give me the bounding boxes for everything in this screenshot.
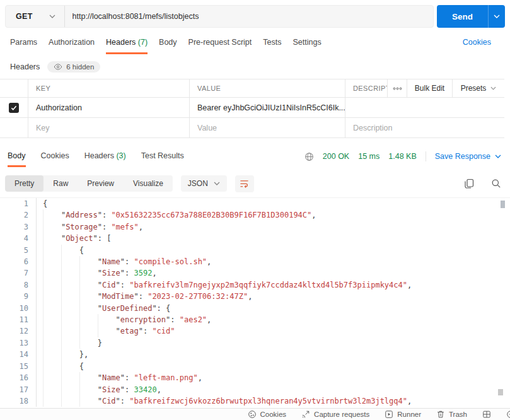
code-line: 9"ModTime": "2023-02-27T06:32:47Z", bbox=[0, 291, 510, 302]
wrap-lines-icon bbox=[240, 179, 249, 189]
line-number: 9 bbox=[0, 291, 36, 302]
footer-runner-button[interactable]: Runner bbox=[385, 410, 421, 419]
response-size[interactable]: 1.48 KB bbox=[388, 152, 416, 161]
header-description-cell[interactable] bbox=[345, 98, 504, 117]
footer-cookies-button[interactable]: Cookies bbox=[248, 410, 287, 419]
chevron-down-icon bbox=[214, 182, 220, 185]
new-key-input[interactable] bbox=[36, 124, 189, 132]
line-number: 2 bbox=[0, 209, 36, 221]
line-number: 1 bbox=[0, 198, 36, 209]
response-tab-test-results[interactable]: Test Results bbox=[141, 151, 184, 167]
url-input[interactable] bbox=[65, 12, 433, 21]
more-options-icon[interactable] bbox=[387, 79, 407, 97]
method-label: GET bbox=[16, 12, 33, 21]
select-column bbox=[0, 79, 28, 97]
response-tab-headers[interactable]: Headers (3) bbox=[84, 151, 126, 167]
line-number: 7 bbox=[0, 267, 36, 279]
row-checkbox[interactable] bbox=[9, 103, 19, 113]
chevron-down-icon bbox=[495, 155, 501, 158]
code-line: 6"Name": "compile-sol.sh", bbox=[0, 256, 510, 267]
line-number: 18 bbox=[0, 395, 36, 407]
code-line: 5{ bbox=[0, 245, 510, 256]
response-header: Body Cookies Headers (3) Test Results 20… bbox=[8, 151, 501, 168]
wrap-lines-button[interactable] bbox=[235, 175, 254, 192]
code-line: 4"Object": [ bbox=[0, 233, 510, 244]
console-icon[interactable] bbox=[506, 410, 510, 419]
code-line: 10"UserDefined": { bbox=[0, 303, 510, 314]
code-line: 2"Address": "0x51632235cc673a788E02B30B9… bbox=[0, 209, 510, 221]
cookies-link[interactable]: Cookies bbox=[463, 38, 491, 47]
tab-headers[interactable]: Headers (7) bbox=[106, 38, 148, 54]
response-body-code[interactable]: 1{2"Address": "0x51632235cc673a788E02B30… bbox=[0, 197, 510, 409]
check-icon bbox=[11, 105, 17, 110]
divider bbox=[426, 151, 426, 161]
eye-icon bbox=[54, 64, 62, 70]
response-tab-cookies[interactable]: Cookies bbox=[41, 151, 69, 167]
line-number: 15 bbox=[0, 361, 36, 372]
headers-panel-title: Headers bbox=[10, 62, 40, 71]
line-number: 12 bbox=[0, 325, 36, 337]
save-response-button[interactable]: Save Response bbox=[435, 152, 501, 161]
line-number: 13 bbox=[0, 337, 36, 349]
vertical-scrollbar-thumb[interactable] bbox=[501, 201, 505, 208]
code-line: 17"Size": 33420, bbox=[0, 384, 510, 395]
footer-capture-requests-button[interactable]: Capture requests bbox=[301, 410, 369, 419]
view-visualize[interactable]: Visualize bbox=[124, 175, 173, 192]
hidden-headers-toggle[interactable]: 6 hidden bbox=[47, 61, 100, 73]
header-key-cell[interactable]: Authorization bbox=[28, 98, 189, 117]
runner-icon bbox=[385, 410, 393, 419]
column-description: DESCRIPT bbox=[345, 79, 387, 97]
view-preview[interactable]: Preview bbox=[78, 175, 124, 192]
split-pane-icon[interactable] bbox=[482, 410, 491, 419]
send-button[interactable]: Send bbox=[437, 5, 505, 28]
send-button-label[interactable]: Send bbox=[437, 5, 488, 28]
cookie-icon bbox=[248, 410, 257, 419]
line-number: 4 bbox=[0, 233, 36, 244]
code-line: 16"Name": "left-man.png", bbox=[0, 372, 510, 383]
code-line: 1{ bbox=[0, 198, 510, 209]
line-number: 5 bbox=[0, 245, 36, 256]
headers-count: (7) bbox=[138, 38, 148, 47]
response-tab-body[interactable]: Body bbox=[8, 151, 26, 167]
headers-table-head: KEY VALUE DESCRIPT Bulk Edit Presets bbox=[0, 79, 504, 98]
request-tabs: Params Authorization Headers (7) Body Pr… bbox=[10, 38, 500, 55]
presets-button[interactable]: Presets bbox=[452, 79, 504, 97]
footer-status-bar: Cookies Capture requests Runner Trash bbox=[0, 408, 510, 420]
format-selector[interactable]: JSON bbox=[181, 175, 227, 192]
column-key: KEY bbox=[28, 79, 189, 97]
send-options-caret[interactable] bbox=[488, 5, 505, 28]
tab-body[interactable]: Body bbox=[159, 38, 177, 54]
tab-params[interactable]: Params bbox=[10, 38, 37, 54]
copy-icon[interactable] bbox=[464, 178, 474, 189]
new-description-input[interactable] bbox=[353, 124, 504, 132]
tab-settings[interactable]: Settings bbox=[293, 38, 321, 54]
search-icon[interactable] bbox=[491, 178, 501, 189]
url-box: GET bbox=[5, 5, 434, 28]
line-number: 8 bbox=[0, 279, 36, 291]
view-pretty[interactable]: Pretty bbox=[5, 175, 43, 192]
network-globe-icon[interactable] bbox=[304, 152, 314, 161]
view-raw[interactable]: Raw bbox=[43, 175, 78, 192]
line-number: 10 bbox=[0, 303, 36, 314]
line-number: 14 bbox=[0, 349, 36, 360]
tab-tests[interactable]: Tests bbox=[263, 38, 281, 54]
request-bar: GET Send bbox=[5, 5, 505, 28]
bulk-edit-button[interactable]: Bulk Edit bbox=[407, 79, 452, 97]
tab-authorization[interactable]: Authorization bbox=[49, 38, 95, 54]
line-number: 16 bbox=[0, 372, 36, 383]
line-number: 17 bbox=[0, 384, 36, 395]
tab-pre-request-script[interactable]: Pre-request Script bbox=[188, 38, 252, 54]
response-headers-count: (3) bbox=[116, 151, 125, 160]
response-time[interactable]: 15 ms bbox=[358, 152, 380, 161]
status-code[interactable]: 200 OK bbox=[323, 152, 349, 161]
footer-trash-button[interactable]: Trash bbox=[436, 410, 467, 419]
new-value-input[interactable] bbox=[197, 124, 345, 132]
app-window: GET Send Params Authorization Headers (7… bbox=[0, 0, 510, 420]
method-selector[interactable]: GET bbox=[6, 6, 65, 27]
header-value-cell[interactable]: Bearer eyJhbGciOiJIUzI1NiIsInR5cCI6Ik... bbox=[189, 98, 345, 117]
code-line: 7"Size": 3592, bbox=[0, 267, 510, 279]
horizontal-scrollbar-thumb[interactable] bbox=[498, 389, 503, 395]
column-value: VALUE bbox=[189, 79, 345, 97]
chevron-down-icon bbox=[490, 86, 496, 90]
code-lines: 1{2"Address": "0x51632235cc673a788E02B30… bbox=[0, 198, 510, 407]
